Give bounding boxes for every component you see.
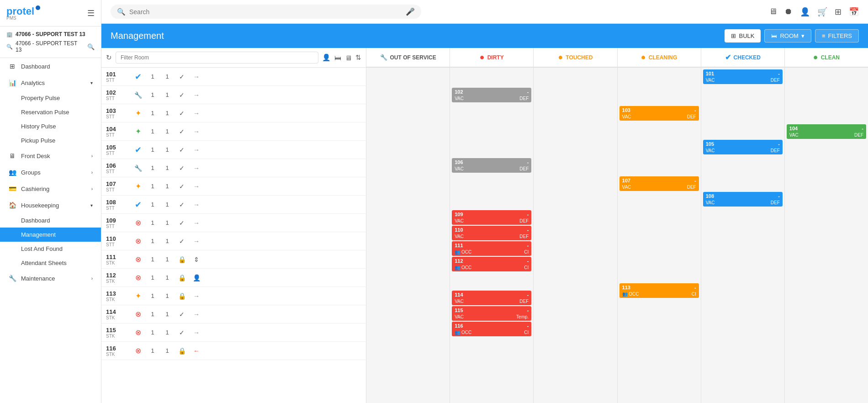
check-mark: ✓: [176, 329, 187, 336]
sidebar-item-analytics[interactable]: 📊 Analytics ▾: [0, 74, 101, 91]
chevron-down-icon: ▾: [90, 80, 93, 85]
sidebar-item-pickup-pulse[interactable]: Pickup Pulse: [0, 133, 101, 148]
search-input[interactable]: [129, 8, 402, 16]
check-mark: ✓: [176, 183, 187, 190]
user-icon[interactable]: 👤: [800, 7, 810, 17]
room-count-beds: 1: [162, 219, 173, 226]
col-header-clean[interactable]: ● CLEAN: [785, 48, 868, 67]
sidebar-item-history-pulse[interactable]: History Pulse: [0, 119, 101, 133]
list-item[interactable]: 110- VACDEF: [452, 226, 531, 240]
person-icon[interactable]: 👤: [322, 53, 331, 62]
calendar-icon[interactable]: 📅: [849, 7, 859, 17]
sidebar-item-front-desk[interactable]: 🖥 Front Desk ›: [0, 148, 101, 164]
room-list-header: ↻ 👤 🛏 🖥 ⇅: [101, 48, 366, 68]
filter-room-input[interactable]: [116, 52, 318, 64]
col-header-touched[interactable]: ● TOUCHED: [534, 48, 617, 67]
list-item[interactable]: 109- VACDEF: [452, 210, 531, 225]
col-slot: [619, 210, 699, 228]
status-icon[interactable]: ⊗: [132, 310, 143, 318]
list-item[interactable]: 116- 👥 OCCCI: [452, 322, 531, 336]
list-item[interactable]: 106- VACDEF: [452, 158, 531, 173]
search-box[interactable]: 🔍 🎤: [111, 5, 421, 19]
property-primary: 🏢 47066 - SUPPORT TEST 13: [6, 31, 95, 37]
bulk-button[interactable]: ⊞ BULK: [725, 29, 761, 42]
status-icon[interactable]: ✔: [132, 145, 143, 155]
list-item[interactable]: 115- VACTemp.: [452, 306, 531, 321]
wrench-icon: 🔧: [134, 164, 142, 172]
topbar: 🔍 🎤 🖥 ⏺ 👤 🛒 ⊞ 📅: [101, 0, 868, 24]
status-icon[interactable]: ⊗: [132, 328, 143, 337]
logo-area: protel PMS: [6, 5, 40, 21]
sort-icon[interactable]: ⇅: [355, 53, 361, 62]
sidebar-item-attendant-sheets[interactable]: Attendant Sheets: [0, 256, 101, 270]
col-slot: [452, 192, 531, 209]
status-icon[interactable]: 🔧: [132, 91, 143, 99]
dot-cleaning-icon: ●: [641, 53, 646, 62]
cart-icon[interactable]: 🛒: [817, 7, 827, 17]
property-secondary[interactable]: 🔍 47066 - SUPPORT TEST 13 🔍: [6, 40, 95, 53]
status-icon[interactable]: ⊗: [132, 273, 143, 282]
sidebar-item-lost-found[interactable]: Lost And Found: [0, 242, 101, 256]
check-mark: ✓: [176, 110, 187, 117]
grid-icon[interactable]: ⊞: [835, 7, 842, 17]
hamburger-icon[interactable]: ☰: [87, 8, 95, 18]
col-header-checked[interactable]: ✔ CHECKED: [701, 48, 785, 67]
room-count-beds: 1: [162, 311, 173, 318]
col-header-cleaning[interactable]: ● CLEANING: [618, 48, 701, 67]
status-icon[interactable]: 🔧: [132, 164, 143, 172]
col-header-oos[interactable]: 🔧 OUT OF SERVICE: [366, 48, 450, 67]
record-icon[interactable]: ⏺: [784, 7, 793, 16]
status-icon[interactable]: ⊗: [132, 255, 143, 264]
arrow-icon: →: [191, 311, 202, 318]
room-button[interactable]: 🛏 ROOM ▾: [764, 29, 811, 42]
list-item[interactable]: 111- 👥 OCCCI: [452, 241, 531, 256]
sidebar-item-dashboard[interactable]: ⊞ Dashboard: [0, 58, 101, 74]
status-icon[interactable]: ✔: [132, 200, 143, 210]
room-count-adults: 1: [147, 146, 158, 153]
sidebar-item-label: Front Desk: [21, 153, 50, 159]
arrow-icon: →: [191, 146, 202, 154]
register-icon[interactable]: 🖥: [769, 7, 777, 16]
list-item[interactable]: 104- VACDEF: [787, 124, 866, 139]
status-icon[interactable]: ⊗: [132, 218, 143, 227]
dot-red-icon: ⊗: [135, 346, 141, 355]
col-slot: [703, 103, 783, 121]
list-item[interactable]: 102- VACDEF: [452, 88, 531, 102]
col-header-dirty[interactable]: ● DIRTY: [450, 48, 534, 67]
list-item[interactable]: 107- VACDEF: [619, 176, 699, 191]
analytics-icon: 📊: [8, 79, 16, 86]
status-icon[interactable]: ⊗: [132, 346, 143, 355]
filters-button[interactable]: ≡ FILTERS: [815, 29, 859, 42]
sidebar-item-groups[interactable]: 👥 Groups ›: [0, 164, 101, 180]
list-item[interactable]: 108- VACDEF: [703, 192, 783, 207]
screen-icon[interactable]: 🖥: [345, 54, 352, 62]
refresh-icon[interactable]: ↻: [106, 53, 112, 62]
status-icon[interactable]: ✦: [132, 127, 143, 136]
bed-icon[interactable]: 🛏: [334, 54, 341, 62]
sidebar-item-maintenance[interactable]: 🔧 Maintenance ›: [0, 270, 101, 286]
list-item[interactable]: 105- VACDEF: [703, 140, 783, 154]
star-orange-icon: ✦: [135, 182, 141, 191]
status-icon[interactable]: ✦: [132, 109, 143, 117]
chevron-down-icon: ▾: [801, 32, 804, 39]
status-icon[interactable]: ✔: [132, 72, 143, 82]
sidebar-item-reservation-pulse[interactable]: Reservation Pulse: [0, 105, 101, 119]
sidebar-item-property-pulse[interactable]: Property Pulse: [0, 91, 101, 105]
property-search-btn[interactable]: 🔍: [87, 43, 95, 50]
mic-icon[interactable]: 🎤: [406, 7, 415, 16]
list-item[interactable]: 101- VACDEF: [703, 69, 783, 84]
list-item[interactable]: 103- VACDEF: [619, 106, 699, 121]
check-mark: ✓: [176, 164, 187, 172]
list-item[interactable]: 112- 👥 OCCCI: [452, 257, 531, 271]
sidebar-item-hk-dashboard[interactable]: Dashboard: [0, 213, 101, 228]
sidebar-item-cashiering[interactable]: 💳 Cashiering ›: [0, 180, 101, 197]
status-icon[interactable]: ⊗: [132, 237, 143, 245]
col-slot: [703, 85, 783, 102]
status-icon[interactable]: ✦: [132, 292, 143, 300]
status-icon[interactable]: ✦: [132, 182, 143, 191]
housekeeping-icon: 🏠: [8, 202, 16, 209]
sidebar-item-housekeeping[interactable]: 🏠 Housekeeping ▾: [0, 197, 101, 213]
sidebar-item-management[interactable]: Management: [0, 228, 101, 242]
list-item[interactable]: 113- 👥 OCCCI: [619, 283, 699, 298]
list-item[interactable]: 114- VACDEF: [452, 291, 531, 305]
